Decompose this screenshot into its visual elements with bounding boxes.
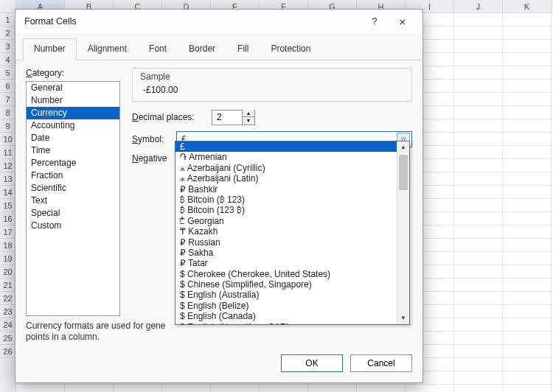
row-header[interactable]: 16: [0, 212, 15, 225]
row-header[interactable]: 3: [0, 40, 15, 53]
symbol-option[interactable]: $ English (Canada): [175, 311, 397, 321]
dialog-footer: OK Cancel: [15, 347, 422, 382]
decimal-places-input[interactable]: [212, 111, 242, 125]
symbol-option[interactable]: ₿ Bitcoin (123 ₿): [175, 205, 397, 215]
category-item[interactable]: Number: [27, 94, 119, 107]
symbol-option[interactable]: $ English (Australia): [175, 290, 397, 300]
row-header[interactable]: 6: [0, 80, 15, 93]
symbol-option[interactable]: ₼ Azerbaijani (Latin): [175, 173, 397, 183]
tab-font[interactable]: Font: [138, 38, 178, 60]
symbol-option[interactable]: $ English (Hong Kong SAR): [175, 322, 397, 324]
row-header[interactable]: 15: [0, 199, 15, 212]
row-headers: 1234567891011121314151617181920212223242…: [0, 13, 16, 392]
symbol-option[interactable]: ₽ Russian: [175, 237, 397, 248]
symbol-option[interactable]: ₼ Azerbaijani (Cyrillic): [175, 163, 397, 173]
category-item[interactable]: Currency: [27, 107, 119, 119]
tab-fill[interactable]: Fill: [226, 38, 260, 60]
row-header[interactable]: 11: [0, 146, 15, 159]
row-header[interactable]: 26: [0, 345, 15, 358]
negative-numbers-label: Negative: [132, 153, 170, 164]
decimal-places-label: Decimal places:: [132, 112, 206, 122]
row-header[interactable]: 7: [0, 93, 15, 106]
row-header[interactable]: 10: [0, 133, 15, 146]
symbol-option[interactable]: ₽ Sakha: [175, 248, 397, 258]
cancel-button[interactable]: Cancel: [350, 354, 412, 372]
row-header[interactable]: 18: [0, 239, 15, 252]
row-header[interactable]: 1: [0, 13, 15, 27]
category-item[interactable]: Custom: [27, 220, 119, 232]
tab-alignment[interactable]: Alignment: [77, 38, 138, 60]
category-item[interactable]: Special: [27, 207, 119, 220]
sample-value: -£100.00: [140, 85, 404, 95]
category-item[interactable]: Time: [27, 144, 119, 157]
spinner-down[interactable]: ▼: [243, 117, 254, 125]
row-header[interactable]: 4: [0, 53, 15, 66]
row-header[interactable]: 9: [0, 119, 15, 133]
symbol-option[interactable]: ₿ Bitcoin (₿ 123): [175, 195, 397, 205]
category-item[interactable]: Fraction: [27, 169, 119, 182]
row-header[interactable]: 24: [0, 318, 15, 332]
dialog-tabs: NumberAlignmentFontBorderFillProtection: [15, 33, 422, 60]
category-item[interactable]: Percentage: [27, 157, 119, 169]
sample-group: Sample -£100.00: [132, 68, 412, 102]
row-header[interactable]: 13: [0, 172, 15, 186]
tab-border[interactable]: Border: [178, 38, 226, 60]
row-header[interactable]: 25: [0, 332, 15, 345]
sample-label: Sample: [140, 71, 404, 82]
symbol-option[interactable]: $ Chinese (Simplified, Singapore): [175, 279, 397, 290]
row-header[interactable]: 12: [0, 159, 15, 172]
row-header[interactable]: 22: [0, 292, 15, 305]
close-button[interactable]: ×: [389, 12, 417, 31]
row-header[interactable]: 23: [0, 305, 15, 318]
symbol-label: Symbol:: [132, 134, 170, 144]
category-item[interactable]: Scientific: [27, 182, 119, 195]
scroll-thumb[interactable]: [399, 155, 408, 190]
symbol-option[interactable]: $ English (Belize): [175, 301, 397, 311]
dialog-title: Format Cells: [24, 16, 361, 27]
number-panel: Sample -£100.00 Decimal places: ▲ ▼ Symb…: [132, 68, 412, 316]
symbol-option[interactable]: ֏ Armenian: [175, 152, 397, 162]
column-header[interactable]: J: [454, 0, 503, 13]
column-header[interactable]: K: [503, 0, 552, 13]
category-item[interactable]: Accounting: [27, 119, 119, 132]
category-label: Category:: [26, 68, 120, 78]
tab-number[interactable]: Number: [23, 38, 77, 60]
row-header[interactable]: 5: [0, 66, 15, 80]
row-header[interactable]: 17: [0, 225, 15, 239]
scroll-down-arrow[interactable]: ▼: [397, 312, 409, 324]
help-button[interactable]: ?: [361, 12, 389, 31]
dropdown-scrollbar[interactable]: ▲ ▼: [397, 141, 409, 324]
dialog-body: Category: GeneralNumberCurrencyAccountin…: [15, 60, 422, 347]
row-header[interactable]: 21: [0, 279, 15, 292]
symbol-option[interactable]: ₽ Tatar: [175, 258, 397, 268]
symbol-option[interactable]: £: [175, 141, 397, 152]
row-header[interactable]: 20: [0, 265, 15, 279]
row-header[interactable]: 14: [0, 186, 15, 199]
row-header[interactable]: 2: [0, 27, 15, 40]
symbol-option[interactable]: ₽ Bashkir: [175, 184, 397, 195]
symbol-option[interactable]: ₸ Kazakh: [175, 226, 397, 237]
symbol-dropdown-list[interactable]: £֏ Armenian₼ Azerbaijani (Cyrillic)₼ Aze…: [175, 141, 410, 325]
category-listbox[interactable]: GeneralNumberCurrencyAccountingDateTimeP…: [26, 81, 120, 316]
decimal-places-spinner[interactable]: ▲ ▼: [212, 110, 255, 125]
category-item[interactable]: General: [27, 82, 119, 94]
ok-button[interactable]: OK: [281, 354, 343, 372]
category-item[interactable]: Text: [27, 195, 119, 207]
category-item[interactable]: Date: [27, 132, 119, 144]
dialog-titlebar[interactable]: Format Cells ? ×: [15, 10, 422, 33]
tab-protection[interactable]: Protection: [260, 38, 321, 60]
scroll-up-arrow[interactable]: ▲: [397, 141, 409, 153]
spinner-up[interactable]: ▲: [243, 110, 254, 117]
format-cells-dialog: Format Cells ? × NumberAlignmentFontBord…: [15, 9, 423, 383]
row-header[interactable]: 19: [0, 252, 15, 265]
symbol-option[interactable]: $ Cherokee (Cherokee, United States): [175, 269, 397, 279]
symbol-option[interactable]: ₾ Georgian: [175, 216, 397, 226]
row-header[interactable]: 8: [0, 106, 15, 119]
select-all-corner[interactable]: [0, 0, 16, 13]
